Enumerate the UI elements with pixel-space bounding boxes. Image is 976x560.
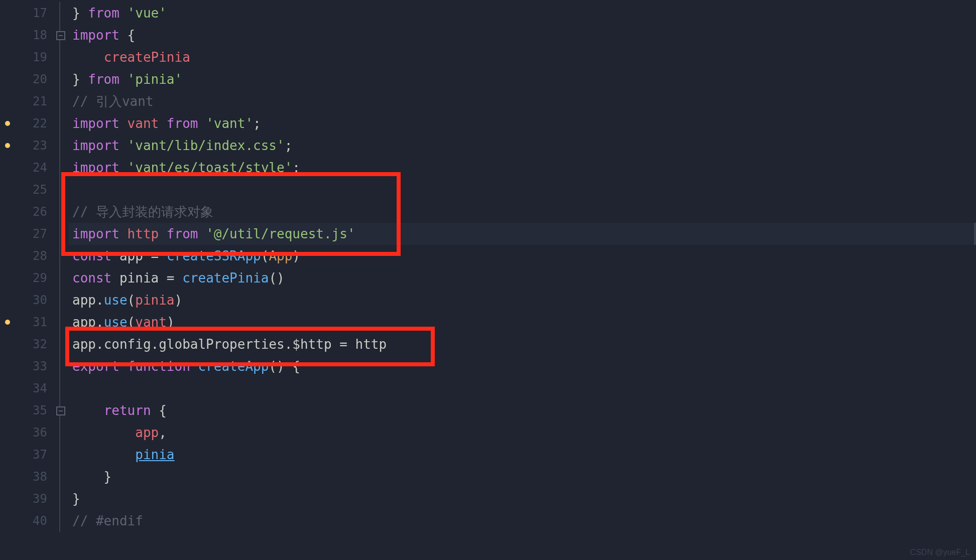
code-token: const (72, 248, 111, 263)
fold-toggle-icon[interactable] (56, 31, 65, 40)
code-token (159, 116, 167, 131)
code-token: pinia (135, 447, 174, 462)
code-line[interactable] (68, 377, 976, 399)
fold-cell (56, 267, 68, 289)
code-line[interactable]: pinia (68, 444, 976, 466)
code-line[interactable]: } (68, 488, 976, 510)
fold-cell (56, 399, 68, 422)
code-token (72, 447, 135, 462)
code-token: ) (175, 293, 183, 308)
line-number: 36 (16, 422, 56, 444)
line-number: 34 (16, 377, 56, 399)
line-number: 33 (16, 355, 56, 377)
line-number: 26 (16, 201, 56, 223)
line-number: 37 (16, 444, 56, 466)
line-number: 29 (16, 267, 56, 289)
line-number: 20 (16, 68, 56, 90)
code-line[interactable]: import http from '@/util/request.js' (68, 223, 976, 245)
code-line[interactable]: // 导入封装的请求对象 (68, 201, 976, 223)
code-token: use (104, 293, 128, 308)
code-token: ; (285, 138, 293, 153)
code-line[interactable]: app, (68, 422, 976, 444)
code-token (72, 50, 104, 65)
code-token: { (119, 28, 135, 43)
code-token: app (72, 315, 96, 330)
fold-toggle-icon[interactable] (56, 406, 65, 415)
line-number: 27 (16, 223, 56, 245)
code-line[interactable]: // 引入vant (68, 90, 976, 112)
code-token (119, 116, 128, 131)
code-token (72, 403, 104, 418)
code-token: vant (135, 315, 167, 330)
code-editor[interactable]: 1718192021222324252627282930313233343536… (0, 0, 976, 560)
code-token: '@/util/request.js' (206, 226, 355, 241)
code-line[interactable]: app.config.globalProperties.$http = http (68, 333, 976, 355)
code-token: } (72, 491, 80, 506)
fold-cell (56, 377, 68, 399)
code-token: . (285, 337, 293, 352)
code-token (119, 359, 128, 374)
code-token: ) (167, 315, 175, 330)
code-token: = (143, 248, 167, 263)
fold-cell (56, 112, 68, 134)
code-token: ( (261, 248, 269, 263)
code-line[interactable] (68, 179, 976, 201)
code-line[interactable]: const app = createSSRApp(App) (68, 245, 976, 267)
code-line[interactable]: } from 'vue' (68, 2, 976, 24)
fold-cell (56, 333, 68, 355)
fold-cell (56, 223, 68, 245)
code-line[interactable]: import 'vant/lib/index.css'; (68, 134, 976, 157)
fold-cell (56, 68, 68, 90)
code-token (72, 425, 135, 440)
fold-cell (56, 245, 68, 267)
code-token: http (128, 226, 159, 241)
change-marker-icon (5, 320, 10, 325)
line-number: 25 (16, 179, 56, 201)
line-number: 35 (16, 399, 56, 422)
watermark: CSDN @yueF_L (910, 548, 970, 557)
line-number: 17 (16, 2, 56, 24)
code-token: createSSRApp (167, 248, 261, 263)
code-token: // 引入vant (72, 94, 154, 109)
code-token (119, 72, 128, 87)
code-line[interactable]: } (68, 466, 976, 488)
code-area[interactable]: } from 'vue'import { createPinia} from '… (68, 0, 976, 560)
code-line[interactable]: export function createApp() { (68, 355, 976, 377)
code-line[interactable]: import { (68, 24, 976, 46)
line-number: 24 (16, 157, 56, 179)
line-number: 22 (16, 112, 56, 134)
code-line[interactable]: // #endif (68, 510, 976, 532)
code-line[interactable]: app.use(pinia) (68, 289, 976, 311)
code-token: pinia (119, 270, 159, 286)
code-line[interactable]: import 'vant/es/toast/style'; (68, 157, 976, 179)
code-token: } (72, 469, 111, 484)
code-line[interactable]: createPinia (68, 46, 976, 68)
code-token: function (128, 359, 190, 374)
code-token: app (135, 425, 159, 440)
fold-cell (56, 488, 68, 510)
code-token (119, 160, 128, 175)
line-number: 38 (16, 466, 56, 488)
code-token: . (96, 337, 104, 352)
code-line[interactable]: } from 'pinia' (68, 68, 976, 90)
fold-cell (56, 311, 68, 333)
code-token: = (332, 337, 355, 352)
code-line[interactable]: const pinia = createPinia() (68, 267, 976, 289)
code-token: ( (128, 315, 136, 330)
code-token (190, 359, 198, 374)
fold-cell (56, 444, 68, 466)
code-line[interactable]: app.use(vant) (68, 311, 976, 333)
code-token: App (269, 248, 292, 263)
code-token: from (167, 226, 198, 241)
code-token: import (72, 138, 119, 153)
code-token (119, 226, 128, 241)
code-line[interactable]: return { (68, 399, 976, 422)
line-number: 19 (16, 46, 56, 68)
code-token: pinia (135, 293, 174, 308)
code-token: import (72, 226, 119, 241)
code-token: } (72, 6, 88, 21)
code-token: use (104, 315, 128, 330)
code-line[interactable]: import vant from 'vant'; (68, 112, 976, 134)
fold-cell (56, 466, 68, 488)
code-token (119, 6, 128, 21)
